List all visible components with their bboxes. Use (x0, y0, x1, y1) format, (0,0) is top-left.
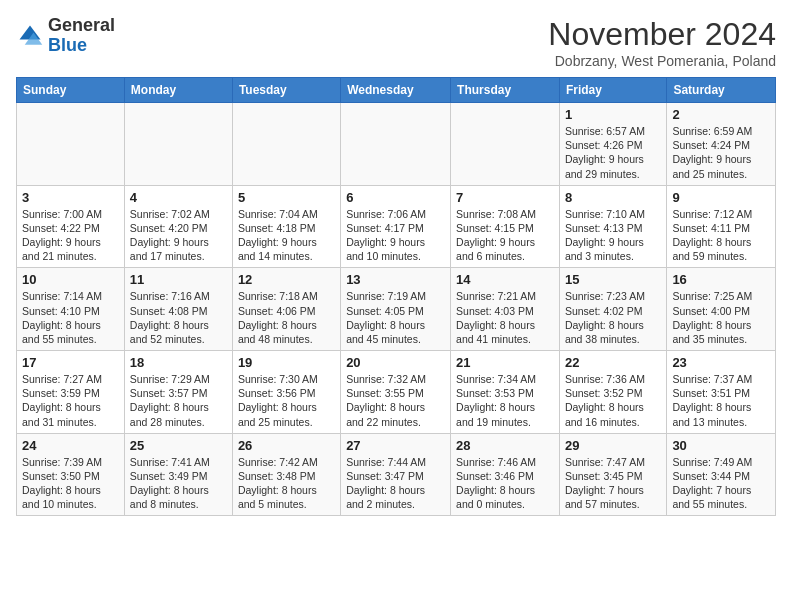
day-info: Sunrise: 7:34 AMSunset: 3:53 PMDaylight:… (456, 372, 554, 429)
calendar-cell: 20Sunrise: 7:32 AMSunset: 3:55 PMDayligh… (341, 351, 451, 434)
calendar-cell: 18Sunrise: 7:29 AMSunset: 3:57 PMDayligh… (124, 351, 232, 434)
calendar-header-monday: Monday (124, 78, 232, 103)
day-number: 26 (238, 438, 335, 453)
day-info: Sunrise: 7:19 AMSunset: 4:05 PMDaylight:… (346, 289, 445, 346)
day-number: 9 (672, 190, 770, 205)
calendar-cell: 21Sunrise: 7:34 AMSunset: 3:53 PMDayligh… (451, 351, 560, 434)
calendar-header-row: SundayMondayTuesdayWednesdayThursdayFrid… (17, 78, 776, 103)
day-info: Sunrise: 7:44 AMSunset: 3:47 PMDaylight:… (346, 455, 445, 512)
day-number: 6 (346, 190, 445, 205)
day-number: 28 (456, 438, 554, 453)
day-info: Sunrise: 7:21 AMSunset: 4:03 PMDaylight:… (456, 289, 554, 346)
page-header: General Blue November 2024 Dobrzany, Wes… (16, 16, 776, 69)
day-info: Sunrise: 7:08 AMSunset: 4:15 PMDaylight:… (456, 207, 554, 264)
calendar-header-thursday: Thursday (451, 78, 560, 103)
day-number: 23 (672, 355, 770, 370)
calendar-cell: 16Sunrise: 7:25 AMSunset: 4:00 PMDayligh… (667, 268, 776, 351)
logo: General Blue (16, 16, 115, 56)
day-info: Sunrise: 7:16 AMSunset: 4:08 PMDaylight:… (130, 289, 227, 346)
calendar-cell: 29Sunrise: 7:47 AMSunset: 3:45 PMDayligh… (559, 433, 666, 516)
calendar-cell: 27Sunrise: 7:44 AMSunset: 3:47 PMDayligh… (341, 433, 451, 516)
day-info: Sunrise: 7:14 AMSunset: 4:10 PMDaylight:… (22, 289, 119, 346)
day-info: Sunrise: 7:00 AMSunset: 4:22 PMDaylight:… (22, 207, 119, 264)
day-info: Sunrise: 7:30 AMSunset: 3:56 PMDaylight:… (238, 372, 335, 429)
logo-blue: Blue (48, 35, 87, 55)
calendar-cell: 9Sunrise: 7:12 AMSunset: 4:11 PMDaylight… (667, 185, 776, 268)
day-number: 15 (565, 272, 661, 287)
calendar-cell: 15Sunrise: 7:23 AMSunset: 4:02 PMDayligh… (559, 268, 666, 351)
calendar-cell (451, 103, 560, 186)
logo-general: General (48, 15, 115, 35)
day-info: Sunrise: 6:57 AMSunset: 4:26 PMDaylight:… (565, 124, 661, 181)
calendar-week-1: 1Sunrise: 6:57 AMSunset: 4:26 PMDaylight… (17, 103, 776, 186)
day-info: Sunrise: 7:12 AMSunset: 4:11 PMDaylight:… (672, 207, 770, 264)
calendar-cell: 26Sunrise: 7:42 AMSunset: 3:48 PMDayligh… (232, 433, 340, 516)
day-info: Sunrise: 7:36 AMSunset: 3:52 PMDaylight:… (565, 372, 661, 429)
day-number: 5 (238, 190, 335, 205)
calendar-cell: 30Sunrise: 7:49 AMSunset: 3:44 PMDayligh… (667, 433, 776, 516)
calendar-week-5: 24Sunrise: 7:39 AMSunset: 3:50 PMDayligh… (17, 433, 776, 516)
day-number: 20 (346, 355, 445, 370)
calendar-cell: 5Sunrise: 7:04 AMSunset: 4:18 PMDaylight… (232, 185, 340, 268)
calendar-week-3: 10Sunrise: 7:14 AMSunset: 4:10 PMDayligh… (17, 268, 776, 351)
day-number: 24 (22, 438, 119, 453)
calendar-header-wednesday: Wednesday (341, 78, 451, 103)
calendar-cell: 11Sunrise: 7:16 AMSunset: 4:08 PMDayligh… (124, 268, 232, 351)
day-info: Sunrise: 7:18 AMSunset: 4:06 PMDaylight:… (238, 289, 335, 346)
day-info: Sunrise: 7:27 AMSunset: 3:59 PMDaylight:… (22, 372, 119, 429)
calendar-cell: 8Sunrise: 7:10 AMSunset: 4:13 PMDaylight… (559, 185, 666, 268)
calendar-cell: 3Sunrise: 7:00 AMSunset: 4:22 PMDaylight… (17, 185, 125, 268)
calendar-cell: 25Sunrise: 7:41 AMSunset: 3:49 PMDayligh… (124, 433, 232, 516)
day-number: 17 (22, 355, 119, 370)
day-number: 8 (565, 190, 661, 205)
day-info: Sunrise: 7:02 AMSunset: 4:20 PMDaylight:… (130, 207, 227, 264)
calendar-cell: 4Sunrise: 7:02 AMSunset: 4:20 PMDaylight… (124, 185, 232, 268)
day-info: Sunrise: 7:10 AMSunset: 4:13 PMDaylight:… (565, 207, 661, 264)
day-number: 25 (130, 438, 227, 453)
day-number: 22 (565, 355, 661, 370)
calendar-cell: 1Sunrise: 6:57 AMSunset: 4:26 PMDaylight… (559, 103, 666, 186)
day-number: 4 (130, 190, 227, 205)
calendar-cell: 17Sunrise: 7:27 AMSunset: 3:59 PMDayligh… (17, 351, 125, 434)
calendar-cell: 10Sunrise: 7:14 AMSunset: 4:10 PMDayligh… (17, 268, 125, 351)
day-info: Sunrise: 7:32 AMSunset: 3:55 PMDaylight:… (346, 372, 445, 429)
day-info: Sunrise: 7:23 AMSunset: 4:02 PMDaylight:… (565, 289, 661, 346)
day-info: Sunrise: 7:37 AMSunset: 3:51 PMDaylight:… (672, 372, 770, 429)
calendar-header-tuesday: Tuesday (232, 78, 340, 103)
day-number: 27 (346, 438, 445, 453)
calendar-cell (341, 103, 451, 186)
calendar-cell: 7Sunrise: 7:08 AMSunset: 4:15 PMDaylight… (451, 185, 560, 268)
calendar-cell (17, 103, 125, 186)
calendar-cell: 22Sunrise: 7:36 AMSunset: 3:52 PMDayligh… (559, 351, 666, 434)
calendar-cell (232, 103, 340, 186)
calendar-cell: 28Sunrise: 7:46 AMSunset: 3:46 PMDayligh… (451, 433, 560, 516)
day-number: 19 (238, 355, 335, 370)
day-info: Sunrise: 7:42 AMSunset: 3:48 PMDaylight:… (238, 455, 335, 512)
calendar-cell: 2Sunrise: 6:59 AMSunset: 4:24 PMDaylight… (667, 103, 776, 186)
location: Dobrzany, West Pomerania, Poland (548, 53, 776, 69)
day-number: 12 (238, 272, 335, 287)
calendar-header-sunday: Sunday (17, 78, 125, 103)
calendar-header-friday: Friday (559, 78, 666, 103)
calendar-cell (124, 103, 232, 186)
calendar-cell: 13Sunrise: 7:19 AMSunset: 4:05 PMDayligh… (341, 268, 451, 351)
day-info: Sunrise: 7:47 AMSunset: 3:45 PMDaylight:… (565, 455, 661, 512)
day-number: 14 (456, 272, 554, 287)
calendar-cell: 23Sunrise: 7:37 AMSunset: 3:51 PMDayligh… (667, 351, 776, 434)
day-number: 10 (22, 272, 119, 287)
day-number: 7 (456, 190, 554, 205)
day-info: Sunrise: 7:04 AMSunset: 4:18 PMDaylight:… (238, 207, 335, 264)
day-number: 13 (346, 272, 445, 287)
calendar-table: SundayMondayTuesdayWednesdayThursdayFrid… (16, 77, 776, 516)
day-info: Sunrise: 7:41 AMSunset: 3:49 PMDaylight:… (130, 455, 227, 512)
calendar-body: 1Sunrise: 6:57 AMSunset: 4:26 PMDaylight… (17, 103, 776, 516)
day-info: Sunrise: 7:39 AMSunset: 3:50 PMDaylight:… (22, 455, 119, 512)
day-info: Sunrise: 7:46 AMSunset: 3:46 PMDaylight:… (456, 455, 554, 512)
day-info: Sunrise: 6:59 AMSunset: 4:24 PMDaylight:… (672, 124, 770, 181)
day-info: Sunrise: 7:25 AMSunset: 4:00 PMDaylight:… (672, 289, 770, 346)
title-area: November 2024 Dobrzany, West Pomerania, … (548, 16, 776, 69)
calendar-cell: 19Sunrise: 7:30 AMSunset: 3:56 PMDayligh… (232, 351, 340, 434)
calendar-week-4: 17Sunrise: 7:27 AMSunset: 3:59 PMDayligh… (17, 351, 776, 434)
day-number: 3 (22, 190, 119, 205)
day-number: 30 (672, 438, 770, 453)
